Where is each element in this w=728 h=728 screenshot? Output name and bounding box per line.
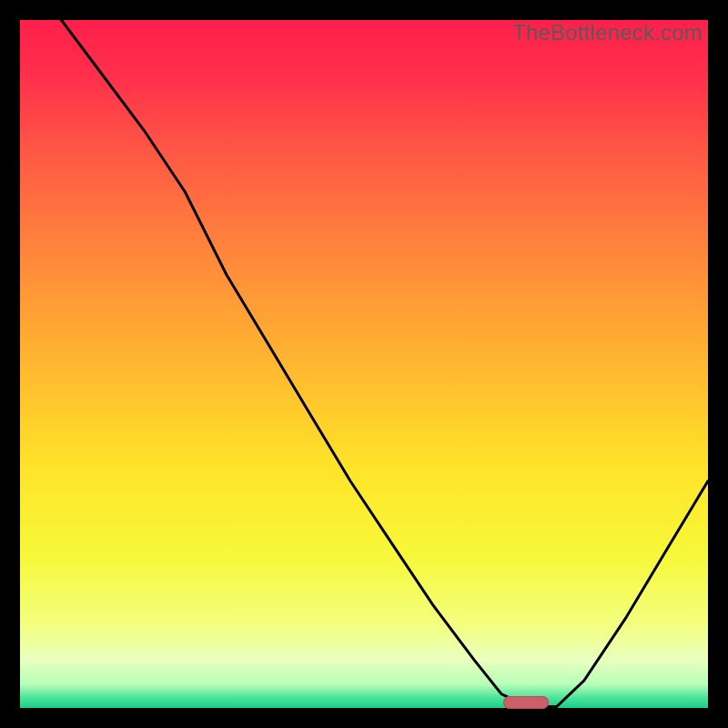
watermark-text: TheBottleneck.com [512, 20, 703, 46]
bottleneck-plot [20, 20, 708, 708]
chart-frame: TheBottleneck.com [20, 20, 708, 708]
optimal-marker [503, 696, 549, 709]
heatmap-background [20, 20, 708, 708]
